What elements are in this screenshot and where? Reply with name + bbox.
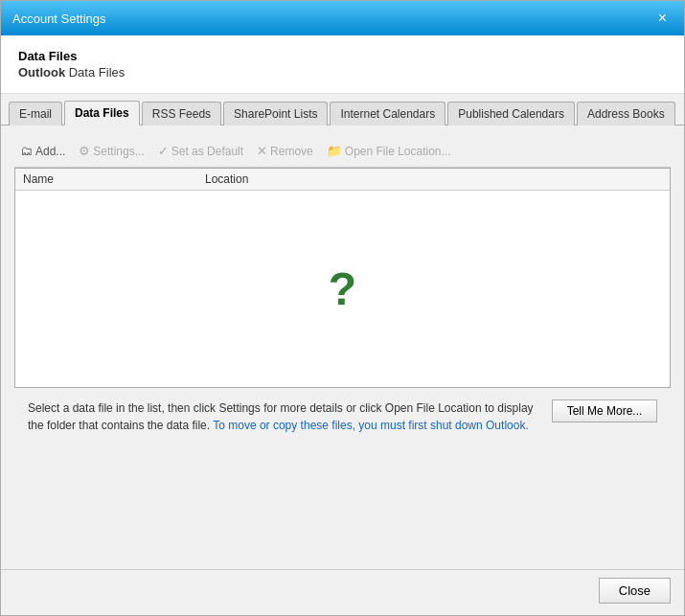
close-button[interactable]: Close — [599, 578, 671, 604]
set-default-button[interactable]: ✓ Set as Default — [152, 141, 249, 161]
column-name: Name — [23, 172, 205, 186]
settings-button[interactable]: ⚙ Settings... — [73, 141, 149, 161]
data-files-list: Name Location ? — [14, 168, 671, 388]
remove-button[interactable]: ✕ Remove — [251, 141, 319, 161]
add-label: Add... — [35, 145, 65, 158]
remove-label: Remove — [270, 145, 313, 158]
add-button[interactable]: 🗂 Add... — [14, 141, 71, 161]
settings-label: Settings... — [93, 145, 144, 158]
tab-publishedcal[interactable]: Published Calendars — [447, 102, 575, 125]
tab-addressbooks[interactable]: Address Books — [577, 102, 675, 125]
tab-sharepoint[interactable]: SharePoint Lists — [223, 102, 328, 125]
tell-me-more-button[interactable]: Tell Me More... — [552, 399, 657, 422]
tab-rssfeeds[interactable]: RSS Feeds — [142, 102, 221, 125]
dialog-title: Account Settings — [12, 11, 106, 26]
list-header: Name Location — [15, 169, 670, 191]
tab-internetcal[interactable]: Internet Calendars — [330, 102, 445, 125]
tabs-bar: E-mail Data Files RSS Feeds SharePoint L… — [1, 94, 684, 125]
folder-icon: 📁 — [327, 144, 342, 158]
footer-description: Select a data file in the list, then cli… — [28, 399, 540, 434]
column-location: Location — [205, 172, 662, 186]
close-icon[interactable]: × — [652, 9, 673, 28]
header-title: Data Files — [18, 49, 667, 63]
open-file-label: Open File Location... — [345, 145, 451, 158]
title-bar: Account Settings × — [1, 1, 684, 35]
settings-icon: ⚙ — [79, 144, 90, 158]
header-section: Data Files Outlook Data Files — [1, 35, 684, 94]
tab-datafiles[interactable]: Data Files — [64, 101, 140, 125]
header-subtitle-rest: Data Files — [69, 65, 126, 80]
dialog-window: Account Settings × Data Files Outlook Da… — [0, 0, 685, 616]
list-body-empty: ? — [15, 191, 670, 387]
open-file-button[interactable]: 📁 Open File Location... — [321, 141, 457, 161]
add-icon: 🗂 — [20, 144, 33, 158]
header-subtitle-bold: Outlook — [18, 65, 65, 80]
footer-text-part2: To move or copy these files, you must fi… — [213, 419, 528, 432]
toolbar: 🗂 Add... ⚙ Settings... ✓ Set as Default … — [14, 135, 671, 168]
empty-state-icon: ? — [329, 266, 356, 312]
set-default-label: Set as Default — [171, 145, 243, 158]
check-icon: ✓ — [158, 144, 169, 158]
header-subtitle: Outlook Data Files — [18, 65, 667, 80]
bottom-bar: Close — [1, 569, 684, 615]
remove-icon: ✕ — [257, 144, 267, 158]
content-area: 🗂 Add... ⚙ Settings... ✓ Set as Default … — [1, 125, 684, 569]
footer-section: Select a data file in the list, then cli… — [14, 388, 671, 442]
tab-email[interactable]: E-mail — [9, 102, 62, 125]
